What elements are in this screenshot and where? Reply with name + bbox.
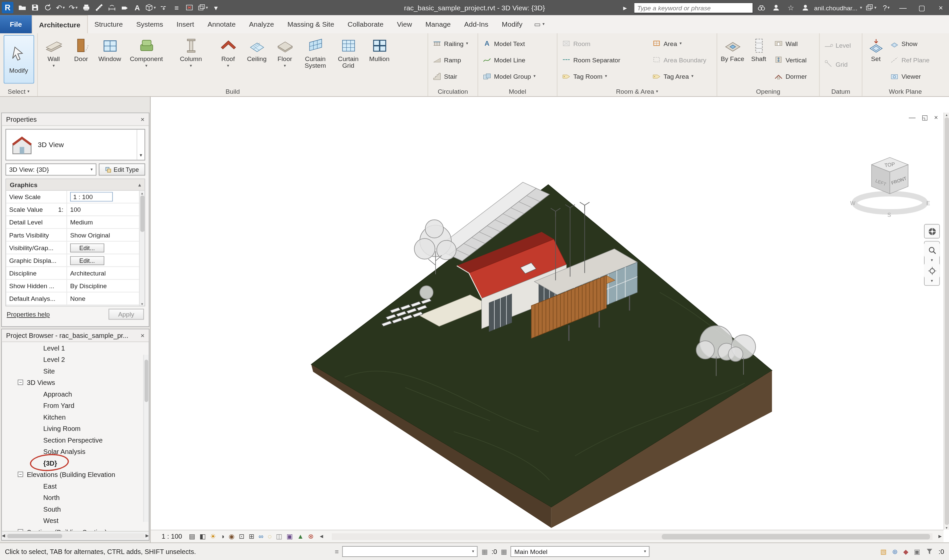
tab-collaborate[interactable]: Collaborate xyxy=(341,15,390,33)
v-scroll-down-arrow-icon[interactable]: ▾ xyxy=(946,526,947,530)
ribbon-button-ramp[interactable]: Ramp xyxy=(430,55,471,65)
instance-selector[interactable]: 3D View: {3D}▾ xyxy=(5,163,96,175)
ribbon-button-wall-opening[interactable]: Wall xyxy=(772,38,809,49)
drawing-area[interactable]: — ◱ × W S E TOP LEFT FRONT xyxy=(151,97,949,542)
open-icon[interactable] xyxy=(16,2,28,14)
help-icon[interactable]: ?▾ xyxy=(880,2,892,14)
horizontal-scrollbar[interactable] xyxy=(332,533,932,540)
ribbon-button-railing[interactable]: Railing▾ xyxy=(430,38,471,49)
browser-group-elevations[interactable]: −Elevations (Building Elevation xyxy=(2,469,149,480)
temporary-hide-isolate-icon[interactable]: ∞ xyxy=(258,533,263,540)
ribbon-button-area-boundary[interactable]: Area Boundary xyxy=(649,55,714,65)
search-icon[interactable] xyxy=(755,2,768,14)
ribbon-button-grid[interactable]: Grid xyxy=(821,59,853,69)
tab-manage[interactable]: Manage xyxy=(418,15,457,33)
browser-item-solar-analysis[interactable]: Solar Analysis xyxy=(2,446,149,457)
user-avatar-icon[interactable] xyxy=(800,2,812,14)
tab-systems[interactable]: Systems xyxy=(129,15,170,33)
panel-label-select[interactable]: Select▾ xyxy=(0,86,37,96)
tab-file[interactable]: File xyxy=(0,15,32,33)
browser-item-living-room[interactable]: Living Room xyxy=(2,423,149,434)
orbit-icon[interactable] xyxy=(924,263,940,278)
panel-label-datum[interactable]: Datum xyxy=(820,86,861,96)
browser-item-level-1[interactable]: Level 1 xyxy=(2,342,149,354)
ribbon-button-roof[interactable]: Roof▾ xyxy=(215,35,241,82)
user-name[interactable]: anil.choudhar... xyxy=(814,4,857,11)
tab-add-ins[interactable]: Add-Ins xyxy=(457,15,495,33)
detail-level-icon[interactable]: ▤ xyxy=(189,533,195,540)
tree-collapse-icon[interactable]: − xyxy=(18,380,23,385)
editable-only-icon[interactable]: ◆ xyxy=(903,548,908,556)
maximize-button[interactable]: ▢ xyxy=(914,0,930,15)
selection-sets-icon[interactable]: ▣ xyxy=(914,548,920,556)
ribbon-button-mullion[interactable]: Mullion xyxy=(365,35,394,82)
view-restore-icon[interactable]: ◱ xyxy=(922,114,928,122)
show-analytical-model-icon[interactable]: ▲ xyxy=(297,533,304,540)
scale-button[interactable]: 1 : 100 xyxy=(159,533,185,540)
ribbon-button-level[interactable]: Level xyxy=(821,40,853,50)
visibility-edit-button[interactable]: Edit... xyxy=(70,243,104,252)
panel-label-opening[interactable]: Opening xyxy=(717,86,819,96)
aligned-dimension-icon[interactable] xyxy=(105,2,118,14)
type-selector-caret-icon[interactable]: ▾ xyxy=(137,129,145,160)
active-workset-select[interactable]: ▾ xyxy=(343,546,478,557)
press-and-drag-icon[interactable]: ⊕ xyxy=(892,548,898,556)
orbit-options-caret-icon[interactable]: ▾ xyxy=(931,278,933,284)
tag-by-category-icon[interactable] xyxy=(118,2,131,14)
panel-label-model[interactable]: Model xyxy=(478,86,557,96)
ribbon-button-column[interactable]: Column▾ xyxy=(174,35,208,82)
exchange-apps-icon[interactable]: ▾ xyxy=(864,2,878,14)
h-scroll-right-arrow-icon[interactable]: ▶ xyxy=(937,534,944,539)
browser-item-site[interactable]: Site xyxy=(2,365,149,377)
browser-horizontal-scrollbar[interactable]: ◀▶ xyxy=(2,531,149,540)
ribbon-button-set[interactable]: Set xyxy=(865,35,887,82)
browser-scrollbar[interactable] xyxy=(143,355,149,522)
crop-view-icon[interactable]: ⊡ xyxy=(239,533,245,540)
ribbon-button-curtain-system[interactable]: Curtain System xyxy=(299,35,332,82)
undo-button[interactable]: ↶▾ xyxy=(54,2,67,14)
browser-item-west[interactable]: West xyxy=(2,515,149,526)
ribbon-button-show-work-plane[interactable]: Show xyxy=(887,38,932,49)
ribbon-button-viewer[interactable]: Viewer xyxy=(887,71,932,82)
browser-item-approach[interactable]: Approach xyxy=(2,388,149,399)
ribbon-button-floor[interactable]: Floor▾ xyxy=(272,35,298,82)
tab-modify[interactable]: Modify xyxy=(495,15,529,33)
tree-collapse-icon[interactable]: − xyxy=(18,529,23,531)
ribbon-button-ref-plane[interactable]: Ref Plane xyxy=(887,55,932,65)
close-button[interactable]: × xyxy=(933,0,949,15)
panel-label-work-plane[interactable]: Work Plane xyxy=(862,86,948,96)
ribbon-button-ceiling[interactable]: Ceiling xyxy=(243,35,271,82)
panel-label-circulation[interactable]: Circulation xyxy=(428,86,478,96)
browser-item-level-2[interactable]: Level 2 xyxy=(2,354,149,365)
ribbon-button-by-face[interactable]: By Face xyxy=(720,35,746,82)
ribbon-button-room-separator[interactable]: Room Separator xyxy=(559,55,650,65)
browser-item-3d[interactable]: {3D} xyxy=(2,457,149,468)
graphic-display-edit-button[interactable]: Edit... xyxy=(70,256,104,265)
show-crop-region-icon[interactable]: ⊞ xyxy=(249,533,254,540)
tab-structure[interactable]: Structure xyxy=(88,15,130,33)
view-minimize-icon[interactable]: — xyxy=(909,114,916,122)
properties-header[interactable]: Properties × xyxy=(2,113,149,126)
save-icon[interactable] xyxy=(29,2,41,14)
vertical-scrollbar[interactable]: ▴ ▾ xyxy=(944,113,949,530)
ribbon-button-curtain-grid[interactable]: Curtain Grid xyxy=(333,35,363,82)
shadows-icon[interactable]: ◑ xyxy=(220,533,225,540)
ribbon-button-tag-area[interactable]: Tag Area▾ xyxy=(649,71,714,82)
favorites-star-icon[interactable]: ☆ xyxy=(785,2,797,14)
3d-model-view[interactable] xyxy=(151,97,944,530)
browser-item-section-perspective[interactable]: Section Perspective xyxy=(2,434,149,445)
switch-windows-icon[interactable]: ▾ xyxy=(196,2,209,14)
tab-massing-site[interactable]: Massing & Site xyxy=(281,15,341,33)
ribbon-button-door[interactable]: Door xyxy=(68,35,94,82)
worksharing-display-icon[interactable]: ◫ xyxy=(276,533,282,540)
edit-type-button[interactable]: Edit Type xyxy=(99,163,145,175)
ribbon-button-tag-room[interactable]: Tag Room▾ xyxy=(559,71,650,82)
modify-button[interactable]: Modify xyxy=(3,35,34,83)
active-design-option-select[interactable]: Main Model▾ xyxy=(511,546,650,557)
browser-item-south[interactable]: South xyxy=(2,503,149,514)
tab-view[interactable]: View xyxy=(390,15,418,33)
print-icon[interactable] xyxy=(80,2,92,14)
project-browser-header[interactable]: Project Browser - rac_basic_sample_pr...… xyxy=(2,329,149,342)
ribbon-button-window[interactable]: Window xyxy=(95,35,125,82)
tab-architecture[interactable]: Architecture xyxy=(32,15,88,33)
